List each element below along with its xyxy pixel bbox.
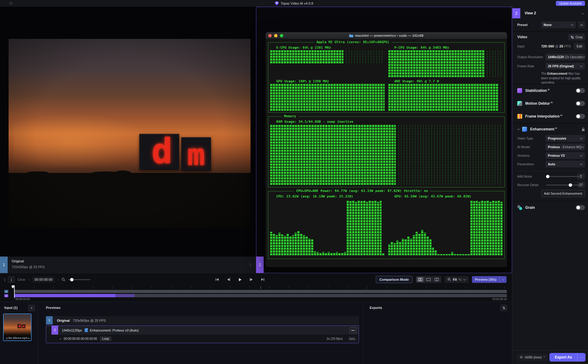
histogram-bar — [317, 252, 319, 255]
current-timecode[interactable]: 00:00:00:00 — [32, 276, 55, 283]
usage-bar-empty — [498, 89, 503, 92]
enhancement-header[interactable]: EnhancementAI — [517, 126, 585, 133]
more-options-icon[interactable]: ⋮ — [248, 263, 252, 267]
preview-row2-menu-button[interactable]: ••• — [349, 327, 356, 333]
toggle-knob — [576, 102, 580, 105]
update-available-button[interactable]: Update Available — [556, 1, 585, 6]
recover-detail-knob[interactable] — [569, 183, 572, 187]
histogram-bar — [489, 202, 492, 255]
add-second-enhancement-button[interactable]: Add Second Enhancement — [541, 190, 585, 197]
preset-dropdown[interactable]: None — [541, 21, 576, 28]
close-icon[interactable] — [268, 34, 272, 37]
side-by-side-view-button[interactable] — [417, 277, 424, 282]
collapse-section-icon[interactable] — [517, 128, 520, 130]
usage-bar-fill — [388, 92, 498, 94]
video-section-header: Video Crop — [517, 34, 585, 40]
preset-menu-button[interactable]: ••• — [578, 21, 585, 28]
export-as-button[interactable]: Export As — [549, 353, 586, 362]
video-frame-original[interactable]: d m — [9, 39, 251, 228]
histogram-bar — [413, 235, 415, 255]
usage-bar-fill — [270, 163, 396, 166]
timecode-next-icon[interactable]: › — [58, 278, 59, 281]
histogram-bar — [396, 241, 398, 255]
ecpu-usage-chart — [270, 50, 385, 78]
gpu-usage-label: GPU Usage: 100% @ 1398 MHz — [270, 79, 385, 84]
usage-bar-row — [270, 100, 385, 103]
viewer2-tab[interactable]: 2 — [256, 257, 264, 273]
codec-selector[interactable]: ⚙ H265 (mov) ^ — [517, 354, 548, 361]
timeline-track-2[interactable] — [14, 294, 507, 297]
chevron-down-icon — [580, 163, 582, 165]
skip-to-end-button[interactable] — [261, 278, 265, 281]
frame-rate-dropdown[interactable]: 25 FPS (Original) — [545, 63, 585, 69]
set-in-point-button[interactable]: [ — [4, 278, 5, 281]
usage-bar-fill — [388, 58, 484, 61]
play-icon — [238, 278, 242, 282]
crop-button[interactable]: Crop — [568, 34, 585, 40]
playhead[interactable] — [14, 285, 15, 298]
timeline-zoom-slider[interactable] — [68, 279, 90, 280]
terminal-window[interactable]: macmini — powermetrics • sudo — 141x68 A… — [266, 32, 507, 267]
comparison-mode-button[interactable]: Comparison Mode — [376, 276, 413, 283]
timeline-track-1[interactable] — [14, 290, 507, 293]
usage-bar-row — [270, 128, 503, 130]
skip-to-start-button[interactable] — [215, 278, 219, 281]
input-file-menu-icon[interactable]: ••• — [28, 337, 30, 339]
play-button[interactable] — [238, 278, 242, 282]
add-noise-slider[interactable] — [546, 176, 582, 177]
lock-icon[interactable] — [582, 127, 585, 131]
loop-button[interactable]: Loop — [100, 336, 111, 341]
viewer1-original[interactable]: d m — [0, 7, 256, 257]
motion-deblur-toggle[interactable] — [576, 101, 585, 106]
histogram-bar — [399, 242, 401, 255]
preview-button[interactable]: Preview (30s) — [472, 276, 507, 283]
trim-controls: [ ] Clear ‹ 00:00:00:00 › — [4, 273, 90, 286]
single-view-button[interactable] — [425, 277, 432, 282]
viewer2-preview[interactable]: 2 macmini — powermetrics • sudo — 141x68… — [256, 7, 512, 273]
step-back-button[interactable] — [227, 278, 230, 281]
ai-model-dropdown[interactable]: Proteus - Enhance MQ — [545, 144, 585, 150]
histogram-bar — [297, 231, 300, 255]
track2-badge: 2 — [4, 294, 8, 297]
clear-trim-button[interactable]: Clear — [17, 278, 25, 281]
timeline-ruler[interactable] — [14, 286, 507, 289]
recover-detail-slider[interactable] — [546, 185, 582, 186]
video-type-dropdown[interactable]: Progressive — [545, 135, 585, 142]
versions-dropdown[interactable]: Proteus V3 — [545, 152, 585, 159]
step-forward-button[interactable] — [250, 278, 253, 281]
preview-row2-enhancement-label: Enhancement: Proteus v3 (Auto) — [90, 328, 139, 332]
parameters-dropdown[interactable]: Auto — [545, 161, 585, 167]
maximize-icon[interactable] — [280, 34, 283, 37]
add-input-button[interactable]: + — [28, 305, 35, 311]
preview-row-enhancement[interactable]: 2 1440x1120px Enhancement: Proteus v3 (A… — [46, 325, 359, 343]
stabilization-toggle[interactable] — [576, 88, 585, 93]
split-view-button[interactable] — [433, 277, 441, 282]
timeline-scrubber: 1 2 00:00:00:00 00:04:36:16 — [0, 285, 512, 302]
grain-toggle[interactable] — [576, 205, 585, 210]
zoom-fit-dropdown[interactable]: Fit % — [445, 276, 469, 283]
skip-start-icon — [215, 278, 219, 281]
frame-interpolation-toggle[interactable] — [576, 114, 585, 119]
sidebar-view-badge: 2 — [512, 8, 520, 18]
input-width: 720 — [541, 44, 547, 48]
histogram-bar — [325, 253, 327, 255]
output-resolution-dropdown[interactable]: 1440x1120 (2x Upscale) — [545, 54, 585, 60]
export-options-button[interactable] — [578, 357, 586, 358]
set-out-point-button[interactable]: ] — [8, 276, 15, 283]
usage-bar-empty — [484, 58, 503, 61]
edit-input-button[interactable]: Edit — [574, 43, 585, 50]
preview-row-original[interactable]: 1 Original 720x560px @ 25 FPS — [46, 316, 359, 325]
viewer1-tab[interactable]: 1 — [0, 257, 8, 273]
window-control-dot[interactable] — [9, 2, 13, 5]
add-noise-knob[interactable] — [546, 175, 549, 178]
input-thumbnail-card[interactable]: d m ..y the Silence.mp4 ••• — [3, 313, 32, 341]
preview-row1-meta: 720x560px @ 25 FPS — [73, 319, 106, 322]
usage-bar-fill — [388, 61, 484, 63]
minimize-icon[interactable] — [274, 34, 277, 37]
preview-options-button[interactable] — [500, 278, 507, 281]
timeline-zoom-knob[interactable] — [70, 278, 74, 281]
expand-panel-icon[interactable]: ↔ — [581, 11, 585, 15]
timecode-prev-icon[interactable]: ‹ — [28, 278, 29, 281]
playhead-flag[interactable] — [12, 285, 14, 288]
exports-sort-button[interactable]: ⇅ — [500, 305, 507, 311]
